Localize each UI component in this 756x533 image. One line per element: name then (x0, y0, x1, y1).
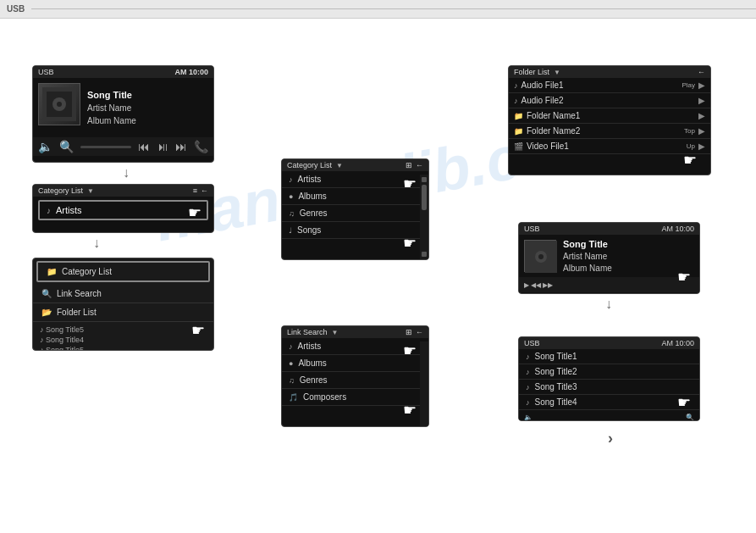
svg-point-6 (538, 254, 544, 259)
folder-audio1-right: Play ▶ (682, 81, 705, 90)
usb-song-screen: USB AM 10:00 Song Title Artist Name Albu… (518, 222, 700, 294)
menu-link-search[interactable]: 🔍 Link Search (33, 285, 213, 303)
songlist-header: USB AM 10:00 (519, 337, 699, 349)
folder-name1[interactable]: 📁 Folder Name1 ▶ (509, 108, 710, 124)
hand-cursor-3: ☛ (403, 175, 417, 193)
folder-dropdown[interactable]: ▼ (554, 69, 560, 76)
ls-albums-icon: ● (289, 359, 293, 368)
artists-label: Artists (56, 205, 82, 215)
song-list-item-2[interactable]: ♪ Song Title2 (519, 364, 699, 380)
audio2-label: Audio File2 (521, 96, 564, 105)
folder-audio2-right: ▶ (698, 96, 705, 105)
hand-cursor-5: ☛ (403, 341, 417, 360)
menu-category-list[interactable]: 📁 Category List (36, 261, 210, 282)
catlist-back[interactable]: ← (416, 161, 423, 169)
audio1-label: Audio File1 (521, 81, 564, 90)
control-bar: 🔈 🔍 ⏮ ⏯ ⏭ 📞 (33, 137, 213, 156)
folder-name1-right: ▶ (698, 111, 705, 120)
menu-folder-list[interactable]: 📂 Folder List (33, 303, 213, 322)
arrow-2: ↓ (93, 236, 100, 251)
chevron-4: ▶ (698, 126, 705, 136)
genres-icon: ♫ (289, 209, 295, 218)
next-icon[interactable]: ⏭ (175, 140, 187, 153)
folder-audio2[interactable]: ♪ Audio File2 ▶ (509, 93, 710, 108)
catlist-center-title: Category List (287, 161, 332, 169)
songlist-controls: 🔈 🔍 (519, 410, 699, 421)
chevron-1: ▶ (698, 81, 705, 90)
folder-icon-1: 📁 (514, 112, 523, 120)
search-icon-2: 🔍 (41, 289, 52, 298)
hand-cursor-1: ☛ (188, 203, 201, 222)
scroll-up (422, 177, 427, 182)
video-icon-1: 🎬 (514, 142, 523, 151)
usb-song-header: USB AM 10:00 (519, 223, 699, 235)
scroll-thumb (422, 185, 427, 210)
catlist-genres[interactable]: ♫ Genres (282, 205, 428, 222)
song-note-3: ♪ (40, 346, 46, 351)
audio-icon-2: ♪ (514, 97, 518, 105)
usb-main-header: USB AM 10:00 (33, 66, 213, 78)
scroll-down (422, 252, 427, 257)
catlist-icon1[interactable]: ⊞ (406, 161, 412, 169)
progress-bar (80, 146, 131, 148)
phone-icon[interactable]: 📞 (194, 140, 208, 153)
usb-song-artist: Artist Name (563, 252, 612, 261)
sl-search: 🔍 (686, 414, 694, 421)
hand-cursor-4: ☛ (403, 234, 417, 253)
song-note-1: ♪ (40, 325, 46, 334)
category-title: Category List (38, 186, 83, 195)
dropdown-arrow[interactable]: ▼ (87, 187, 94, 195)
song2-title: Song Title2 (535, 367, 577, 376)
album-name: Album Name (87, 116, 136, 125)
linksearch-header: Link Search ▼ ⊞ ← (282, 326, 428, 338)
hand-cursor-9: ☛ (677, 393, 691, 412)
back-icon[interactable]: ← (201, 186, 208, 195)
folder-audio1-left: ♪ Audio File1 (514, 81, 564, 90)
video1-label: Video File1 (527, 142, 569, 151)
folder-list-icon: 📂 (41, 308, 52, 317)
catlist-songs-label: Songs (297, 225, 321, 235)
linksearch-back[interactable]: ← (416, 328, 423, 336)
folder-audio1[interactable]: ♪ Audio File1 Play ▶ (509, 78, 710, 93)
artists-item[interactable]: ♪ Artists (38, 200, 208, 220)
linksearch-icon1[interactable]: ⊞ (406, 328, 412, 336)
linksearch-dropdown[interactable]: ▼ (332, 329, 339, 336)
folder-name2[interactable]: 📁 Folder Name2 Top ▶ (509, 124, 710, 139)
folder-name1-left: 📁 Folder Name1 (514, 111, 580, 120)
folder-back[interactable]: ← (698, 68, 705, 76)
sl-vol: 🔈 (524, 414, 533, 421)
top-bar-line (31, 8, 756, 9)
play-icon[interactable]: ⏯ (157, 140, 168, 153)
folder-video1[interactable]: 🎬 Video File1 Up ▶ (509, 139, 710, 154)
catlist-center-header: Category List ▼ ⊞ ← (282, 159, 428, 171)
usb-main-content: Song Title Artist Name Album Name (33, 78, 213, 137)
catlist-dropdown[interactable]: ▼ (336, 162, 343, 169)
hand-cursor-8: ☛ (677, 268, 691, 286)
usb-song-controls: ▶ ◀◀ ▶▶ (519, 277, 699, 292)
song-list-item-3[interactable]: ♪ Song Title3 (519, 380, 699, 395)
menu-folderlist-label: Folder List (57, 308, 97, 317)
top-bar-label: USB (7, 4, 25, 14)
song-list-item-1[interactable]: ♪ Song Title1 (519, 349, 699, 364)
list-icon[interactable]: ≡ (193, 186, 197, 195)
main-content: manualslib.com USB AM 10:00 S (0, 19, 756, 533)
linksearch-genres[interactable]: ♫ Genres (282, 372, 428, 389)
songs-icon: ♩ (289, 226, 292, 235)
scrollbar[interactable] (420, 175, 428, 259)
chevron-3: ▶ (698, 111, 705, 120)
usb-songlist-screen: USB AM 10:00 ♪ Song Title1 ♪ Song Title2… (518, 336, 700, 421)
catlist-artists-label: Artists (298, 175, 322, 184)
song-list-item-4[interactable]: ♪ Song Title4 (519, 395, 699, 410)
search-icon[interactable]: 🔍 (59, 140, 74, 153)
song1-title: Song Title1 (535, 352, 577, 361)
usb-song-content: Song Title Artist Name Album Name (519, 235, 699, 277)
folder-name2-left: 📁 Folder Name2 (514, 126, 580, 136)
linksearch-scrollbar[interactable] (420, 341, 428, 426)
usb-song-album: Album Name (563, 264, 612, 273)
linksearch-screen: Link Search ▼ ⊞ ← ♪ Artists ● Albums ♫ G… (281, 325, 429, 427)
prev-icon[interactable]: ⏮ (138, 140, 150, 153)
mute-icon[interactable]: 🔈 (38, 140, 52, 153)
album-art-image (39, 84, 80, 125)
chevron-5: ▶ (698, 142, 705, 151)
top-bar: USB (0, 0, 756, 19)
